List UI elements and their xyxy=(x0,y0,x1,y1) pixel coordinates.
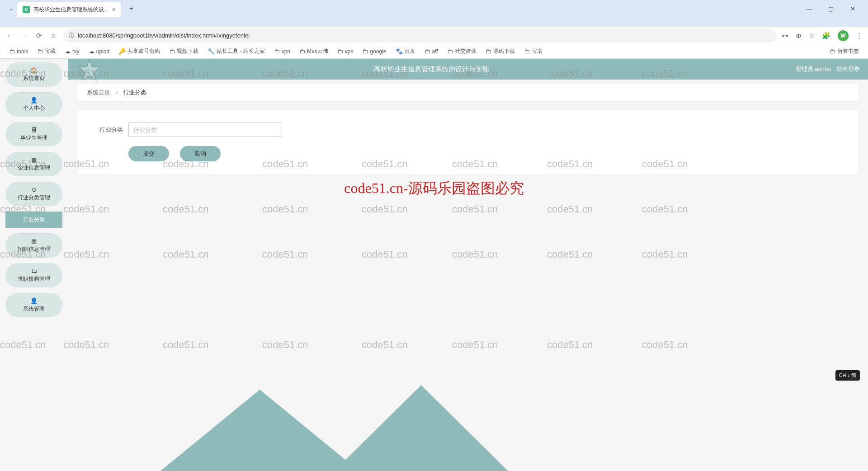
folder-icon: 🗀 xyxy=(169,48,175,55)
bookmark-item[interactable]: ☁txy xyxy=(61,46,83,57)
nav-industry-mgmt[interactable]: ⊙行业分类管理 xyxy=(5,182,62,206)
folder-icon: 🗀 xyxy=(486,48,491,55)
nav-home[interactable]: 🏠系统首页 xyxy=(5,62,62,87)
folder-icon: 🗀 xyxy=(447,48,453,55)
button-row: 提交 取消 xyxy=(96,146,840,161)
bookmark-item[interactable]: 🗀社交媒体 xyxy=(443,46,480,57)
folder-icon: 🗀 xyxy=(830,48,835,55)
folder-icon: 🗀 xyxy=(524,48,530,55)
svg-marker-1 xyxy=(160,390,359,471)
bookmark-item[interactable]: 🗀宝藏 xyxy=(33,46,59,57)
sidebar: 🏠系统首页 👤个人中心 🗄毕业生管理 ▦企业信息管理 ⊙行业分类管理 行业分类 … xyxy=(0,59,68,471)
bookmark-item[interactable]: 🗀aff xyxy=(421,46,442,57)
mountain-decoration xyxy=(136,363,868,471)
svg-marker-0 xyxy=(79,59,100,80)
back-button[interactable]: ← xyxy=(5,32,14,39)
nav-graduates[interactable]: 🗄毕业生管理 xyxy=(5,122,62,146)
extensions-icon[interactable]: 🧩 xyxy=(822,32,830,40)
nav-recruitment[interactable]: ▦招聘信息管理 xyxy=(5,233,62,258)
bookmark-item[interactable]: 🔑共享账号密码 xyxy=(115,46,164,57)
folder-icon: 🗀 xyxy=(9,48,15,55)
home-button[interactable]: ⌂ xyxy=(49,32,58,39)
close-window-button[interactable]: ✕ xyxy=(846,5,859,12)
key-icon: 🔑 xyxy=(118,48,126,55)
user-area: 管理员 admin 退出登录 xyxy=(796,65,868,73)
category-label: 行业分类 xyxy=(96,126,123,134)
nav-company[interactable]: ▦企业信息管理 xyxy=(5,152,62,176)
ime-indicator: CH ♪ 简 xyxy=(835,370,860,381)
db-icon: 🗄 xyxy=(31,127,37,133)
reload-button[interactable]: ⟳ xyxy=(34,32,43,40)
browser-chrome: ⌄ V 高校毕业生信息管理系统的设... × + — ▢ ✕ xyxy=(0,0,868,27)
bookmark-item[interactable]: 🗀宝塔 xyxy=(520,46,546,57)
page-title: 高校毕业生信息管理系统的设计与实现 xyxy=(68,65,796,74)
bookmark-item[interactable]: 🔧站长工具 - 站长之家 xyxy=(204,46,269,57)
new-tab-button[interactable]: + xyxy=(125,5,137,13)
folder-icon: 🗀 xyxy=(362,48,368,55)
nav-industry-category[interactable]: 行业分类 xyxy=(5,212,62,228)
bookmark-item[interactable]: 🐾百度 xyxy=(392,46,419,57)
site-icon: 🔧 xyxy=(208,48,215,55)
bookmark-item[interactable]: 🗀Max云佛 xyxy=(296,46,332,57)
form-row-category: 行业分类 xyxy=(96,122,840,137)
nav-jobapply[interactable]: 🗂求职投档管理 xyxy=(5,263,62,287)
menu-icon[interactable]: ⋮ xyxy=(856,32,863,40)
bookmark-item[interactable]: 🗀vpn xyxy=(270,46,294,57)
archive-icon: 🗂 xyxy=(31,268,37,274)
favicon-icon: V xyxy=(23,6,30,13)
url-input[interactable]: ⓘ localhost:8080/springboot1ltvv/admin/d… xyxy=(63,29,776,42)
current-user[interactable]: 管理员 admin xyxy=(796,65,831,73)
profile-avatar[interactable]: W xyxy=(838,30,849,41)
grid-icon: ▦ xyxy=(31,238,37,245)
bookmark-item[interactable]: 🗀源码下载 xyxy=(482,46,519,57)
bookmark-item[interactable]: 🗀vps xyxy=(334,46,357,57)
folder-icon: 🗀 xyxy=(37,48,43,55)
grid-icon: ▦ xyxy=(31,156,37,163)
address-bar: ← → ⟳ ⌂ ⓘ localhost:8080/springboot1ltvv… xyxy=(0,27,868,44)
folder-icon: 🗀 xyxy=(274,48,280,55)
category-input[interactable] xyxy=(128,122,282,137)
cancel-button[interactable]: 取消 xyxy=(180,146,221,161)
breadcrumb-home[interactable]: 系统首页 xyxy=(87,89,110,96)
browser-tab[interactable]: V 高校毕业生信息管理系统的设... × xyxy=(17,2,121,17)
minimize-button[interactable]: — xyxy=(803,5,816,12)
site-info-icon[interactable]: ⓘ xyxy=(69,32,74,39)
close-tab-icon[interactable]: × xyxy=(112,6,116,13)
folder-icon: 🗀 xyxy=(425,48,430,55)
key-icon[interactable]: ⊶ xyxy=(782,32,788,40)
home-icon: 🏠 xyxy=(30,67,38,74)
maximize-button[interactable]: ▢ xyxy=(825,5,837,12)
bookmarks-bar: 🗀tools 🗀宝藏 ☁txy ☁uplod 🔑共享账号密码 🗀视频下载 🔧站长… xyxy=(0,44,868,59)
tab-title: 高校毕业生信息管理系统的设... xyxy=(33,6,108,14)
chevron-right-icon: › xyxy=(116,89,118,96)
cloud-icon: ☁ xyxy=(65,48,71,55)
tab-bar: ⌄ V 高校毕业生信息管理系统的设... × + — ▢ ✕ xyxy=(0,0,868,17)
nav-system[interactable]: 👤系统管理 xyxy=(5,293,62,317)
submit-button[interactable]: 提交 xyxy=(128,146,169,161)
translate-icon[interactable]: ⊕ xyxy=(796,32,802,40)
main-content: 高校毕业生信息管理系统的设计与实现 管理员 admin 退出登录 系统首页 › … xyxy=(68,59,868,471)
breadcrumb: 系统首页 › 行业分类 xyxy=(78,84,858,102)
tab-list-dropdown[interactable]: ⌄ xyxy=(5,5,17,12)
app-container: 🏠系统首页 👤个人中心 🗄毕业生管理 ▦企业信息管理 ⊙行业分类管理 行业分类 … xyxy=(0,59,868,471)
window-controls: — ▢ ✕ xyxy=(803,5,868,12)
bookmark-item[interactable]: 🗀google xyxy=(359,46,390,57)
breadcrumb-current: 行业分类 xyxy=(123,89,146,96)
forward-button[interactable]: → xyxy=(20,32,29,39)
header-banner: 高校毕业生信息管理系统的设计与实现 管理员 admin 退出登录 xyxy=(68,59,868,80)
bookmark-item[interactable]: 🗀视频下载 xyxy=(165,46,202,57)
person-icon: 👤 xyxy=(30,297,38,304)
nav-profile[interactable]: 👤个人中心 xyxy=(5,92,62,117)
bookmark-item[interactable]: 🗀tools xyxy=(5,46,32,57)
form-card: 行业分类 提交 取消 xyxy=(78,110,858,174)
folder-icon: 🗀 xyxy=(299,48,305,55)
logout-button[interactable]: 退出登录 xyxy=(836,65,860,73)
url-text: localhost:8080/springboot1ltvv/admin/dis… xyxy=(78,32,771,39)
svg-marker-2 xyxy=(334,385,508,471)
star-decoration-icon xyxy=(76,59,103,84)
toolbar-right: ⊶ ⊕ ☆ 🧩 W ⋮ xyxy=(782,30,863,41)
all-bookmarks-button[interactable]: 🗀所有书签 xyxy=(826,46,863,57)
bookmark-item[interactable]: ☁uplod xyxy=(85,46,113,57)
bookmark-star-icon[interactable]: ☆ xyxy=(809,32,815,40)
folder-icon: 🗀 xyxy=(337,48,343,55)
